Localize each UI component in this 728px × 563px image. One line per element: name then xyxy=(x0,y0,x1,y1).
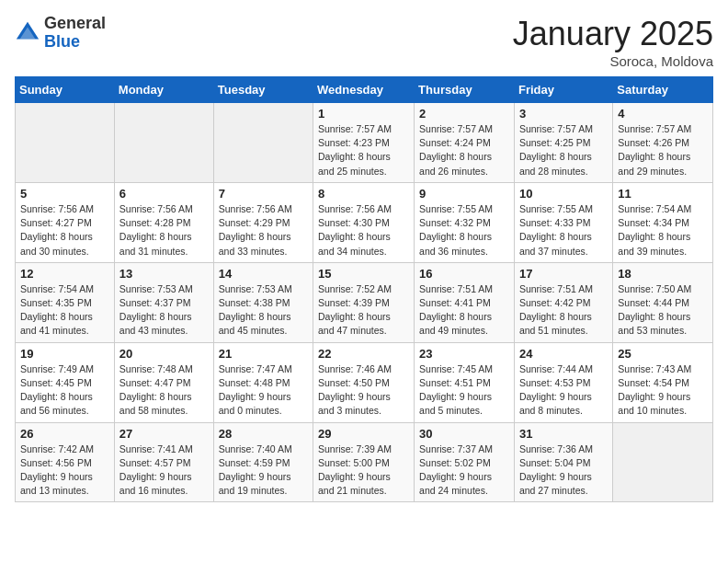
day-number: 23 xyxy=(419,347,509,361)
day-number: 12 xyxy=(20,267,109,281)
day-number: 26 xyxy=(20,427,109,441)
day-cell: 1Sunrise: 7:57 AM Sunset: 4:23 PM Daylig… xyxy=(313,103,415,183)
day-cell: 28Sunrise: 7:40 AM Sunset: 4:59 PM Dayli… xyxy=(213,422,313,502)
day-number: 15 xyxy=(318,267,409,281)
week-row-2: 5Sunrise: 7:56 AM Sunset: 4:27 PM Daylig… xyxy=(16,182,713,262)
day-info: Sunrise: 7:51 AM Sunset: 4:42 PM Dayligh… xyxy=(519,282,608,339)
day-number: 16 xyxy=(419,267,509,281)
day-number: 2 xyxy=(419,107,509,121)
day-cell: 13Sunrise: 7:53 AM Sunset: 4:37 PM Dayli… xyxy=(114,262,213,342)
day-cell: 6Sunrise: 7:56 AM Sunset: 4:28 PM Daylig… xyxy=(114,182,213,262)
day-number: 20 xyxy=(119,347,209,361)
day-cell xyxy=(16,103,115,183)
day-info: Sunrise: 7:55 AM Sunset: 4:32 PM Dayligh… xyxy=(419,202,509,259)
logo: General Blue xyxy=(15,15,106,52)
day-cell: 30Sunrise: 7:37 AM Sunset: 5:02 PM Dayli… xyxy=(415,422,515,502)
weekday-header-thursday: Thursday xyxy=(415,77,515,103)
day-number: 1 xyxy=(318,107,409,121)
day-cell xyxy=(613,422,713,502)
day-number: 10 xyxy=(519,187,608,201)
logo-general-text: General xyxy=(44,14,106,32)
day-number: 18 xyxy=(618,267,708,281)
location: Soroca, Moldova xyxy=(513,53,713,69)
title-area: January 2025 Soroca, Moldova xyxy=(513,15,713,69)
day-info: Sunrise: 7:48 AM Sunset: 4:47 PM Dayligh… xyxy=(119,362,209,419)
day-number: 9 xyxy=(419,187,509,201)
weekday-header-monday: Monday xyxy=(114,77,213,103)
day-cell: 3Sunrise: 7:57 AM Sunset: 4:25 PM Daylig… xyxy=(514,103,612,183)
day-number: 8 xyxy=(318,187,409,201)
day-cell: 10Sunrise: 7:55 AM Sunset: 4:33 PM Dayli… xyxy=(514,182,612,262)
weekday-header-friday: Friday xyxy=(514,77,612,103)
day-info: Sunrise: 7:54 AM Sunset: 4:35 PM Dayligh… xyxy=(20,282,109,339)
day-info: Sunrise: 7:43 AM Sunset: 4:54 PM Dayligh… xyxy=(618,362,708,419)
week-row-4: 19Sunrise: 7:49 AM Sunset: 4:45 PM Dayli… xyxy=(16,342,713,422)
day-info: Sunrise: 7:52 AM Sunset: 4:39 PM Dayligh… xyxy=(318,282,409,339)
day-info: Sunrise: 7:45 AM Sunset: 4:51 PM Dayligh… xyxy=(419,362,509,419)
day-cell: 31Sunrise: 7:36 AM Sunset: 5:04 PM Dayli… xyxy=(514,422,612,502)
day-number: 11 xyxy=(618,187,708,201)
day-cell: 23Sunrise: 7:45 AM Sunset: 4:51 PM Dayli… xyxy=(415,342,515,422)
day-info: Sunrise: 7:54 AM Sunset: 4:34 PM Dayligh… xyxy=(618,202,708,259)
day-info: Sunrise: 7:56 AM Sunset: 4:30 PM Dayligh… xyxy=(318,202,409,259)
day-cell: 15Sunrise: 7:52 AM Sunset: 4:39 PM Dayli… xyxy=(313,262,415,342)
day-number: 14 xyxy=(219,267,308,281)
day-info: Sunrise: 7:37 AM Sunset: 5:02 PM Dayligh… xyxy=(419,442,509,499)
logo-blue-text: Blue xyxy=(44,32,80,51)
day-number: 19 xyxy=(20,347,109,361)
day-number: 22 xyxy=(318,347,409,361)
day-cell: 8Sunrise: 7:56 AM Sunset: 4:30 PM Daylig… xyxy=(313,182,415,262)
day-number: 7 xyxy=(219,187,308,201)
day-info: Sunrise: 7:57 AM Sunset: 4:25 PM Dayligh… xyxy=(519,122,608,178)
day-cell: 4Sunrise: 7:57 AM Sunset: 4:26 PM Daylig… xyxy=(613,103,713,183)
day-cell: 17Sunrise: 7:51 AM Sunset: 4:42 PM Dayli… xyxy=(514,262,612,342)
day-info: Sunrise: 7:57 AM Sunset: 4:26 PM Dayligh… xyxy=(618,122,708,178)
day-number: 28 xyxy=(219,427,308,441)
day-info: Sunrise: 7:53 AM Sunset: 4:37 PM Dayligh… xyxy=(119,282,209,339)
day-number: 13 xyxy=(119,267,209,281)
day-cell: 21Sunrise: 7:47 AM Sunset: 4:48 PM Dayli… xyxy=(213,342,313,422)
day-number: 4 xyxy=(618,107,708,121)
day-number: 5 xyxy=(20,187,109,201)
week-row-5: 26Sunrise: 7:42 AM Sunset: 4:56 PM Dayli… xyxy=(16,422,713,502)
week-row-3: 12Sunrise: 7:54 AM Sunset: 4:35 PM Dayli… xyxy=(16,262,713,342)
day-info: Sunrise: 7:49 AM Sunset: 4:45 PM Dayligh… xyxy=(20,362,109,419)
day-cell: 20Sunrise: 7:48 AM Sunset: 4:47 PM Dayli… xyxy=(114,342,213,422)
day-number: 29 xyxy=(318,427,409,441)
day-cell: 2Sunrise: 7:57 AM Sunset: 4:24 PM Daylig… xyxy=(415,103,515,183)
day-info: Sunrise: 7:55 AM Sunset: 4:33 PM Dayligh… xyxy=(519,202,608,259)
weekday-header-saturday: Saturday xyxy=(613,77,713,103)
day-number: 30 xyxy=(419,427,509,441)
day-number: 6 xyxy=(119,187,209,201)
day-cell: 9Sunrise: 7:55 AM Sunset: 4:32 PM Daylig… xyxy=(415,182,515,262)
day-cell: 18Sunrise: 7:50 AM Sunset: 4:44 PM Dayli… xyxy=(613,262,713,342)
day-cell: 11Sunrise: 7:54 AM Sunset: 4:34 PM Dayli… xyxy=(613,182,713,262)
day-info: Sunrise: 7:50 AM Sunset: 4:44 PM Dayligh… xyxy=(618,282,708,339)
day-number: 31 xyxy=(519,427,608,441)
day-cell: 24Sunrise: 7:44 AM Sunset: 4:53 PM Dayli… xyxy=(514,342,612,422)
day-number: 21 xyxy=(219,347,308,361)
day-cell: 12Sunrise: 7:54 AM Sunset: 4:35 PM Dayli… xyxy=(16,262,115,342)
day-number: 3 xyxy=(519,107,608,121)
day-cell xyxy=(114,103,213,183)
day-cell: 7Sunrise: 7:56 AM Sunset: 4:29 PM Daylig… xyxy=(213,182,313,262)
logo-icon xyxy=(15,20,40,46)
day-cell: 19Sunrise: 7:49 AM Sunset: 4:45 PM Dayli… xyxy=(16,342,115,422)
day-info: Sunrise: 7:51 AM Sunset: 4:41 PM Dayligh… xyxy=(419,282,509,339)
header: General Blue January 2025 Soroca, Moldov… xyxy=(15,15,713,69)
day-info: Sunrise: 7:57 AM Sunset: 4:23 PM Dayligh… xyxy=(318,122,409,178)
calendar: SundayMondayTuesdayWednesdayThursdayFrid… xyxy=(15,76,713,502)
day-info: Sunrise: 7:41 AM Sunset: 4:57 PM Dayligh… xyxy=(119,442,209,499)
day-cell: 25Sunrise: 7:43 AM Sunset: 4:54 PM Dayli… xyxy=(613,342,713,422)
day-cell: 29Sunrise: 7:39 AM Sunset: 5:00 PM Dayli… xyxy=(313,422,415,502)
day-cell xyxy=(213,103,313,183)
day-cell: 22Sunrise: 7:46 AM Sunset: 4:50 PM Dayli… xyxy=(313,342,415,422)
day-cell: 16Sunrise: 7:51 AM Sunset: 4:41 PM Dayli… xyxy=(415,262,515,342)
day-info: Sunrise: 7:53 AM Sunset: 4:38 PM Dayligh… xyxy=(219,282,308,339)
day-info: Sunrise: 7:39 AM Sunset: 5:00 PM Dayligh… xyxy=(318,442,409,499)
weekday-header-tuesday: Tuesday xyxy=(213,77,313,103)
day-info: Sunrise: 7:46 AM Sunset: 4:50 PM Dayligh… xyxy=(318,362,409,419)
day-info: Sunrise: 7:56 AM Sunset: 4:28 PM Dayligh… xyxy=(119,202,209,259)
day-number: 25 xyxy=(618,347,708,361)
day-cell: 26Sunrise: 7:42 AM Sunset: 4:56 PM Dayli… xyxy=(16,422,115,502)
